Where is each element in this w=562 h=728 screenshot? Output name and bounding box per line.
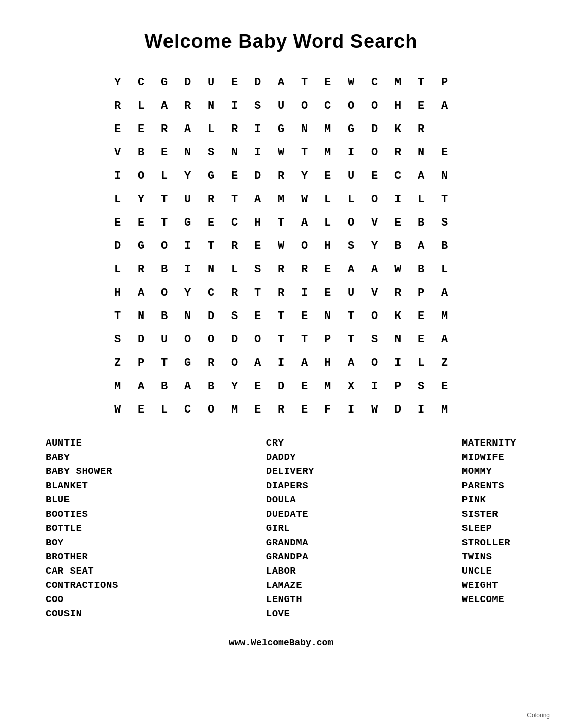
grid-cell: B — [153, 258, 176, 281]
grid-cell: T — [340, 304, 363, 328]
word-item: BOOTIES — [46, 509, 118, 520]
grid-cell: K — [386, 117, 410, 141]
word-item: LENGTH — [266, 594, 314, 605]
grid-cell: O — [223, 351, 246, 374]
grid-cell: S — [200, 141, 223, 164]
grid-cell: G — [200, 164, 223, 187]
grid-cell: P — [129, 351, 153, 374]
word-item: LOVE — [266, 608, 314, 619]
grid-cell: O — [200, 328, 223, 351]
grid-cell: T — [246, 281, 270, 304]
grid-cell: D — [129, 328, 153, 351]
word-item: MATERNITY — [462, 437, 516, 449]
grid-cell: E — [433, 141, 456, 164]
grid-cell: Y — [176, 281, 200, 304]
grid-cell: B — [129, 141, 153, 164]
grid-cell: T — [223, 187, 246, 211]
grid-cell: L — [316, 211, 340, 234]
grid-row: TNBNDSETENTOKEM — [106, 304, 456, 328]
grid-cell: R — [223, 234, 246, 258]
grid-cell: T — [200, 234, 223, 258]
grid-cell: O — [246, 328, 270, 351]
grid-cell: R — [410, 117, 433, 141]
word-item: PINK — [462, 494, 516, 505]
grid-cell: I — [106, 164, 129, 187]
grid-cell: G — [176, 351, 200, 374]
grid-cell: L — [106, 187, 129, 211]
grid-cell: B — [410, 211, 433, 234]
grid-cell: S — [106, 328, 129, 351]
grid-cell: S — [340, 234, 363, 258]
grid-cell: E — [223, 164, 246, 187]
word-item: AUNTIE — [46, 437, 118, 449]
grid-cell: R — [386, 141, 410, 164]
grid-cell: V — [363, 281, 386, 304]
grid-cell: B — [386, 234, 410, 258]
grid-cell: T — [270, 304, 293, 328]
grid-cell: E — [129, 211, 153, 234]
word-item: GRANDPA — [266, 551, 314, 562]
grid-row: HAOYCRTRIEUVRPA — [106, 281, 456, 304]
grid-row: VBENSNIWTMIORNE — [106, 141, 456, 164]
word-column-col1: AUNTIEBABYBABY SHOWERBLANKETBLUEBOOTIESB… — [46, 437, 118, 619]
grid-cell: A — [246, 187, 270, 211]
grid-cell: I — [293, 281, 316, 304]
grid-cell: I — [363, 374, 386, 398]
grid-cell: G — [270, 117, 293, 141]
grid-cell: C — [200, 281, 223, 304]
grid-cell — [433, 117, 456, 141]
grid-cell: O — [363, 187, 386, 211]
grid-cell: C — [316, 94, 340, 117]
word-item: UNCLE — [462, 565, 516, 577]
grid-cell: B — [153, 304, 176, 328]
grid-cell: T — [410, 71, 433, 94]
grid-cell: U — [153, 328, 176, 351]
grid-cell: H — [316, 351, 340, 374]
grid-row: ZPTGROAIAHAOILZ — [106, 351, 456, 374]
grid-cell: U — [176, 187, 200, 211]
grid-cell: V — [106, 141, 129, 164]
grid-cell: C — [386, 164, 410, 187]
word-item: STROLLER — [462, 537, 516, 548]
grid-cell: T — [433, 187, 456, 211]
grid-cell: E — [246, 374, 270, 398]
word-item: LAMAZE — [266, 580, 314, 591]
grid-cell: T — [106, 304, 129, 328]
grid-cell: I — [340, 141, 363, 164]
word-item: DUEDATE — [266, 509, 314, 520]
word-item: BLUE — [46, 494, 118, 505]
grid-cell: U — [340, 281, 363, 304]
word-list-section: AUNTIEBABYBABY SHOWERBLANKETBLUEBOOTIESB… — [46, 437, 516, 619]
grid-cell: T — [293, 71, 316, 94]
grid-cell: S — [246, 258, 270, 281]
grid-cell: D — [106, 234, 129, 258]
grid-cell: S — [410, 374, 433, 398]
grid-cell: N — [176, 304, 200, 328]
grid-cell: O — [293, 94, 316, 117]
grid-cell: M — [316, 141, 340, 164]
grid-cell: S — [246, 94, 270, 117]
grid-cell: R — [106, 94, 129, 117]
grid-row: DGOITREWOHSYBAB — [106, 234, 456, 258]
grid-row: LRBINLSRREAAWBL — [106, 258, 456, 281]
word-item: LABOR — [266, 565, 314, 577]
word-item: WELCOME — [462, 594, 516, 605]
grid-cell: E — [410, 304, 433, 328]
word-item: BABY SHOWER — [46, 466, 118, 477]
grid-cell: O — [363, 141, 386, 164]
grid-cell: K — [386, 304, 410, 328]
grid-cell: I — [410, 398, 433, 421]
word-item: GRANDMA — [266, 537, 314, 548]
grid-cell: N — [223, 141, 246, 164]
word-item: MOMMY — [462, 466, 516, 477]
grid-cell: D — [246, 164, 270, 187]
grid-cell: P — [410, 281, 433, 304]
grid-cell: I — [246, 117, 270, 141]
grid-cell: M — [223, 398, 246, 421]
grid-cell: A — [129, 281, 153, 304]
grid-cell: A — [410, 164, 433, 187]
grid-cell: A — [293, 351, 316, 374]
grid-cell: D — [363, 117, 386, 141]
grid-cell: C — [223, 211, 246, 234]
word-item: BABY — [46, 452, 118, 463]
